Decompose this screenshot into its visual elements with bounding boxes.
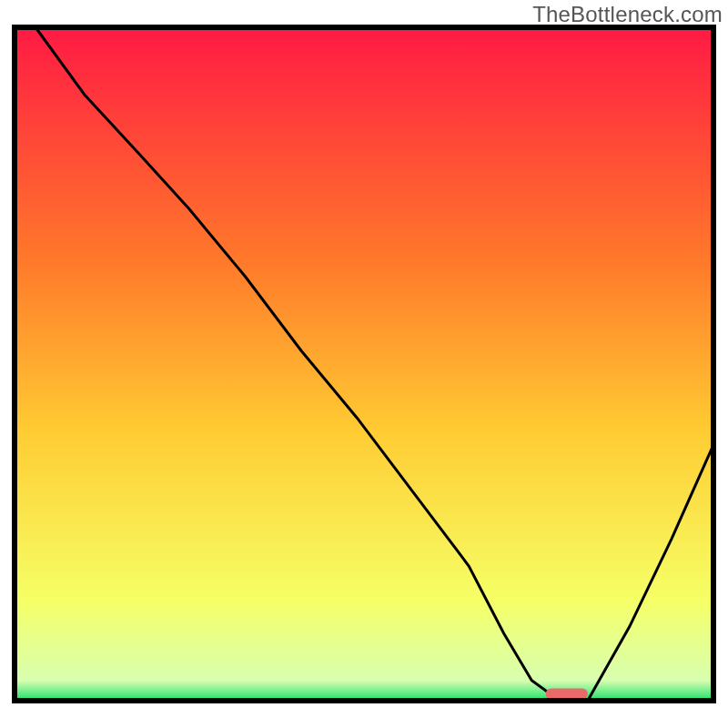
plot-gradient-bg	[15, 27, 713, 701]
optimum-marker	[546, 689, 588, 700]
bottleneck-chart	[0, 0, 728, 728]
chart-container: TheBottleneck.com	[0, 0, 728, 728]
watermark-label: TheBottleneck.com	[532, 2, 723, 27]
